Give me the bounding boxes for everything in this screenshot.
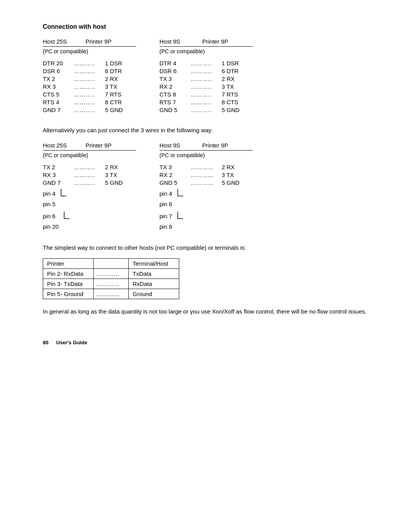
paragraph2: The simplest way to connect to other hos… — [43, 244, 377, 252]
table-row: Pin 2- RxData ………… TxData — [43, 269, 179, 279]
cell-pin: 5 GND — [105, 107, 136, 113]
table-row: TX 3 ……….. 2 RX — [159, 75, 253, 82]
cell-pin: 8 CTS — [222, 99, 253, 105]
cell-signal: RX 2 — [159, 172, 191, 178]
cell-dots: ………… — [191, 172, 222, 178]
table-row: TX 3 ………… 2 RX — [159, 164, 253, 170]
pin-group: pin 4 pin 5 — [43, 188, 56, 209]
dots-cell — [94, 259, 129, 269]
cell-pin: 1 DSR — [105, 60, 136, 67]
cell-signal: RX 3 — [43, 83, 74, 90]
rxdata: RxData — [129, 279, 179, 289]
cell-dots: ……….. — [74, 180, 105, 186]
pin-label: pin 5 — [43, 199, 56, 209]
footer-page-number: 80 — [43, 340, 48, 345]
bracket-group-bottom-left: pin 6 pin 20 — [43, 211, 136, 232]
table-row: Pin 5- Ground ………… Ground — [43, 289, 179, 299]
table1-left: Host 25S Printer 9P (PC or compatible) D… — [43, 38, 136, 114]
cell-dots: ……….. — [191, 99, 222, 105]
cell-dots: ……….. — [191, 76, 222, 82]
bracket-icon — [176, 211, 185, 227]
table1-right-printer-header: Printer 9P — [202, 38, 241, 45]
three-wire-tables: Host 25S Printer 9P (PC or compatible) T… — [43, 142, 377, 232]
simple-connection-table: Printer Terminal/Host Pin 2- RxData …………… — [43, 258, 179, 299]
table1-right-header: Host 9S Printer 9P — [159, 38, 253, 47]
cell-pin: 2 RX — [222, 164, 253, 170]
three-wire-right-subtitle: (PC or compatible) — [159, 152, 253, 158]
table-row: GND 5 ……….. 5 GND — [159, 107, 253, 113]
pin-group: pin 4 pin 6 — [159, 188, 172, 209]
cell-pin: 3 TX — [222, 172, 253, 178]
pin-label: pin 20 — [43, 221, 59, 232]
cell-pin: 3 TX — [105, 83, 136, 90]
cell-pin: 7 RTS — [222, 91, 253, 98]
three-wire-left-header: Host 25S Printer 9P — [43, 142, 136, 151]
three-wire-right-host: Host 9S — [159, 142, 202, 149]
cell-signal: DTR 20 — [43, 60, 74, 67]
table-row: RTS 7 ……….. 8 CTS — [159, 99, 253, 105]
paragraph1: Alternatively you can just connect the 3… — [43, 126, 377, 135]
page-content: Connection with host Host 25S Printer 9P… — [43, 23, 377, 345]
printer-header: Printer — [43, 259, 94, 269]
bracket-symbol — [176, 211, 185, 227]
section-title: Connection with host — [43, 23, 377, 30]
three-wire-left-printer: Printer 9P — [86, 142, 124, 149]
printer-pin5: Pin 5- Ground — [43, 289, 94, 299]
cell-pin: 6 DTR — [105, 68, 136, 74]
bracket-symbol — [63, 211, 71, 227]
cell-signal: RX 2 — [159, 83, 191, 90]
table-row: RX 3 ……….. 3 TX — [43, 172, 136, 178]
cell-pin: 3 TX — [222, 83, 253, 90]
table1-right-subtitle: (PC or compatible) — [159, 48, 253, 54]
cell-dots: ……….. — [74, 164, 105, 170]
cell-dots: ……….. — [191, 107, 222, 113]
cell-signal: TX 3 — [159, 164, 191, 170]
table-row: DSR 6 ……….. 6 DTR — [43, 68, 136, 74]
table1-left-header: Host 25S Printer 9P — [43, 38, 136, 47]
table-row: RX 2 ………… 3 TX — [159, 172, 253, 178]
table-row: CTS 8 ……….. 7 RTS — [159, 91, 253, 98]
pin-label: pin 4 — [159, 188, 172, 199]
cell-dots: ……….. — [74, 172, 105, 178]
page-footer: 80 User's Guide — [43, 340, 377, 345]
bracket-group-bottom-right: pin 7 pin 8 — [159, 211, 253, 232]
pin-group: pin 7 pin 8 — [159, 211, 172, 232]
cell-signal: TX 2 — [43, 164, 74, 170]
table-row: Pin 3- TxData ………… RxData — [43, 279, 179, 289]
cell-signal: DSR 6 — [43, 68, 74, 74]
cell-pin: 5 GND — [105, 179, 136, 186]
cell-signal: CTS 8 — [159, 91, 191, 98]
three-wire-right-printer: Printer 9P — [202, 142, 241, 149]
cell-dots: ……….. — [74, 68, 105, 74]
cell-pin: 7 RTS — [105, 91, 136, 98]
cell-dots: ………… — [191, 164, 222, 170]
pin-label: pin 4 — [43, 188, 56, 199]
cell-dots: ……….. — [74, 60, 105, 67]
cell-dots: ……….. — [74, 84, 105, 90]
dots-cell: ………… — [94, 289, 129, 299]
cell-dots: ……….. — [74, 107, 105, 113]
table1-left-subtitle: (PC or compatible) — [43, 48, 136, 54]
cell-pin: 2 RX — [105, 164, 136, 170]
dots-cell: ………… — [94, 279, 129, 289]
pin-label: pin 6 — [43, 211, 59, 221]
table-row: DTR 4 ……….. 1 DSR — [159, 60, 253, 67]
paragraph3: In general as long as the data quantity … — [43, 307, 377, 316]
cell-pin: 6 DTR — [222, 68, 253, 74]
table-row: TX 2 ……….. 2 RX — [43, 164, 136, 170]
table1-left-host-header: Host 25S — [43, 38, 86, 45]
printer-pin2: Pin 2- RxData — [43, 269, 94, 279]
bracket-icon — [63, 211, 71, 227]
txdata: TxData — [129, 269, 179, 279]
cell-pin: 5 GND — [222, 179, 253, 186]
cell-signal: RTS 7 — [159, 99, 191, 105]
cell-dots: ……….. — [74, 91, 105, 98]
footer-label: User's Guide — [56, 340, 87, 345]
pin-label: pin 7 — [159, 211, 172, 221]
cell-pin: 3 TX — [105, 172, 136, 178]
bracket-icon — [60, 188, 68, 205]
full-connection-tables: Host 25S Printer 9P (PC or compatible) D… — [43, 38, 377, 114]
cell-signal: DTR 4 — [159, 60, 191, 67]
bracket-group-top-right: pin 4 pin 6 — [159, 188, 253, 209]
cell-signal: RX 3 — [43, 172, 74, 178]
